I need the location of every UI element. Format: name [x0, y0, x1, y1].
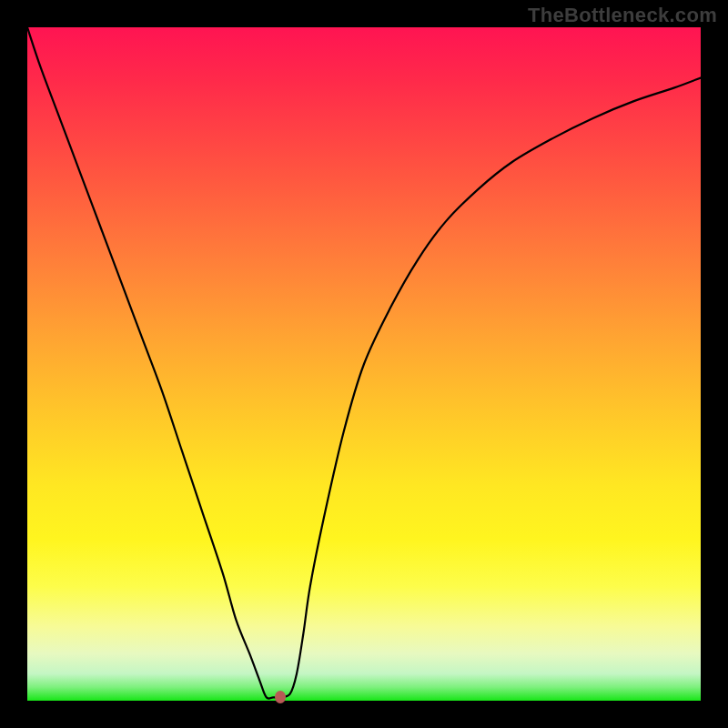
plot-area — [27, 27, 701, 701]
chart-frame: TheBottleneck.com — [0, 0, 728, 728]
bottleneck-curve — [27, 27, 701, 699]
optimum-marker-dot — [275, 691, 286, 703]
watermark-text: TheBottleneck.com — [528, 4, 717, 27]
curve-svg — [27, 27, 701, 701]
